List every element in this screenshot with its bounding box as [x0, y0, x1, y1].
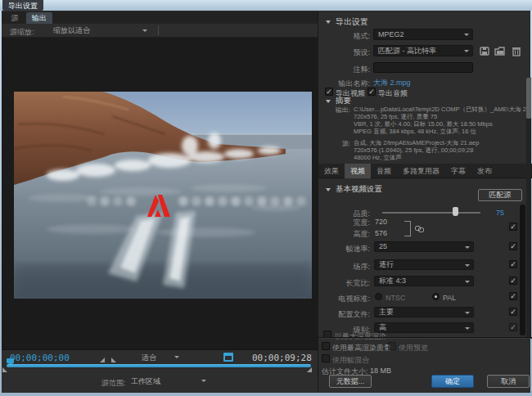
quality-value[interactable]: 75	[496, 209, 504, 217]
quality-slider-handle[interactable]	[453, 207, 458, 216]
import-preset-icon[interactable]	[494, 46, 506, 56]
ok-button[interactable]: 确定	[431, 375, 474, 388]
tab-captions[interactable]: 字幕	[445, 164, 471, 178]
profile-label: 配置文件:	[321, 309, 370, 320]
preset-label: 预设:	[321, 47, 370, 58]
field-order-dropdown[interactable]: 逐行	[374, 259, 474, 270]
in-point-icon[interactable]	[100, 358, 105, 362]
profile-checkbox[interactable]: ✓	[509, 308, 517, 316]
match-source-button[interactable]: 匹配源	[478, 189, 522, 201]
summary-output-label: 输出:	[326, 106, 350, 115]
use-frame-blending-checkbox[interactable]	[322, 354, 330, 362]
profile-dropdown[interactable]: 主要	[374, 307, 474, 317]
window-title: 导出设置	[2, 0, 43, 11]
aspect-dropdown[interactable]: 标准 4:3	[374, 276, 474, 286]
title-bar[interactable]: 导出设置	[0, 0, 532, 11]
tab-publish[interactable]: 发布	[471, 164, 498, 178]
profile-value: 主要	[379, 308, 394, 316]
scale-dropdown[interactable]: 缩放以适合	[49, 25, 152, 36]
tab-source[interactable]: 源	[5, 12, 25, 24]
out-point-icon[interactable]	[111, 358, 116, 362]
scale-label: 源缩放:	[10, 27, 34, 38]
panel-scrollbar-thumb[interactable]	[526, 78, 531, 119]
frame-rate-dropdown[interactable]: 25	[374, 241, 474, 252]
delete-preset-icon[interactable]	[511, 46, 522, 56]
pal-radio[interactable]	[432, 293, 440, 300]
export-settings-dialog: 导出设置 源 输出 源缩放: 缩放以适合	[0, 0, 532, 396]
preset-dropdown[interactable]: 匹配源 - 高比特率	[373, 45, 473, 56]
zoom-fit-dropdown[interactable]: 适合	[127, 352, 186, 363]
summary-output-line: 720x576, 25 fps, 逐行, 质量 75	[354, 113, 529, 120]
timeline-scrubber[interactable]	[7, 364, 311, 367]
crop-export-icon[interactable]	[223, 353, 233, 362]
cancel-button[interactable]: 取消	[487, 375, 530, 388]
use-frame-blending-label: 使用帧混合	[332, 355, 369, 366]
level-checkbox[interactable]: ✓	[509, 323, 517, 331]
chevron-down-icon	[465, 327, 470, 330]
aspect-checkbox[interactable]: ✓	[509, 277, 517, 285]
use-previews-label: 使用预览	[399, 343, 428, 353]
tab-output[interactable]: 输出	[26, 12, 52, 24]
chevron-down-icon	[465, 246, 470, 249]
use-max-quality-checkbox[interactable]	[322, 342, 330, 350]
section-collapse-icon[interactable]	[326, 20, 331, 24]
summary-source-line: 720x576 (1.0940), 25 fps, 逐行, 00;00;09;2…	[354, 146, 529, 154]
ntsc-label: NTSC	[385, 294, 406, 302]
use-previews-checkbox[interactable]	[388, 342, 396, 350]
format-dropdown[interactable]: MPEG2	[373, 29, 473, 40]
link-icon[interactable]	[418, 227, 424, 232]
tab-effects[interactable]: 效果	[318, 164, 345, 178]
width-label: 宽度:	[321, 218, 370, 228]
tab-multiplexer[interactable]: 多路复用器	[397, 164, 445, 178]
summary-source-line: 合成, 大海 2/tmpAEtoAMEProject-大海 21.aep	[354, 139, 529, 146]
export-video-checkbox[interactable]: ✓	[325, 88, 333, 96]
summary-output-line: MPEG 音频, 384 kbps, 48 kHz, 立体声, 16 位	[354, 128, 529, 135]
quality-slider-track[interactable]	[382, 212, 480, 214]
use-max-quality-label: 使用最高渲染质量	[332, 343, 391, 353]
trim-left-handle[interactable]	[2, 367, 7, 372]
width-value[interactable]: 720	[375, 218, 387, 226]
duration-timecode: 00;00;09;28	[252, 353, 312, 363]
chevron-down-icon	[465, 281, 470, 283]
chevron-down-icon	[464, 50, 469, 52]
tv-standard-checkbox[interactable]: ✓	[509, 292, 517, 300]
panel-divider	[318, 11, 318, 393]
zoom-fit-value: 适合	[127, 353, 156, 362]
current-timecode[interactable]: 00;00;00;00	[10, 353, 70, 363]
source-range-label: 源范围:	[101, 378, 126, 389]
tab-video[interactable]: 视频	[345, 164, 371, 178]
summary-source-label: 源:	[326, 139, 350, 148]
height-value[interactable]: 576	[375, 229, 387, 237]
settings-scrollbar[interactable]	[520, 205, 525, 335]
video-settings-collapse-icon[interactable]	[326, 188, 331, 191]
export-settings-header: 导出设置	[336, 16, 368, 28]
source-range-value: 工作区域	[124, 377, 160, 385]
format-value: MPEG2	[378, 30, 404, 38]
height-label: 高度:	[321, 229, 370, 240]
pal-label: PAL	[443, 294, 456, 302]
tab-audio[interactable]: 音频	[371, 164, 397, 178]
source-range-dropdown[interactable]: 工作区域	[124, 376, 213, 387]
dimension-link-bracket	[404, 221, 411, 236]
field-order-checkbox[interactable]: ✓	[509, 260, 517, 268]
trim-right-handle[interactable]	[307, 367, 312, 372]
field-order-label: 场序:	[321, 262, 370, 272]
export-audio-checkbox[interactable]: ✓	[367, 88, 376, 96]
estimated-size-value: 18 MB	[370, 367, 391, 375]
chevron-down-icon	[174, 356, 179, 358]
frame-rate-checkbox[interactable]: ✓	[509, 242, 517, 250]
save-preset-icon[interactable]	[479, 46, 490, 56]
ntsc-radio[interactable]	[375, 293, 382, 300]
settings-tabstrip: 效果 视频 音频 多路复用器 字幕 发布	[318, 164, 532, 178]
chevron-down-icon	[465, 264, 470, 267]
format-label: 格式:	[321, 31, 370, 42]
summary-collapse-icon[interactable]	[326, 100, 331, 103]
level-dropdown[interactable]: 高	[374, 322, 474, 333]
output-name-link[interactable]: 大海 2.mpg	[373, 78, 411, 88]
comment-input[interactable]	[373, 62, 473, 73]
field-order-value: 逐行	[379, 260, 394, 268]
metadata-button[interactable]: 元数据...	[329, 375, 372, 388]
comment-label: 注释:	[321, 65, 370, 75]
level-value: 高	[379, 323, 386, 331]
dimensions-checkbox[interactable]: ✓	[509, 223, 517, 231]
